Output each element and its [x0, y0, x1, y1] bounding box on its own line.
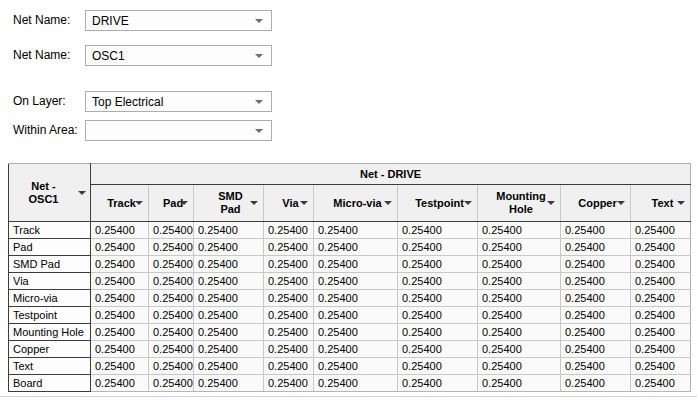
chevron-down-icon[interactable]	[255, 100, 263, 104]
clearance-value-cell[interactable]: 0.25400	[631, 239, 691, 256]
clearance-value-cell[interactable]: 0.25400	[91, 341, 149, 358]
clearance-value-cell[interactable]: 0.25400	[314, 307, 398, 324]
clearance-value-cell[interactable]: 0.25400	[631, 375, 691, 392]
clearance-value-cell[interactable]: 0.25400	[561, 256, 631, 273]
clearance-value-cell[interactable]: 0.25400	[561, 273, 631, 290]
chevron-down-icon[interactable]	[547, 201, 555, 205]
clearance-value-cell[interactable]: 0.25400	[561, 307, 631, 324]
chevron-down-icon[interactable]	[255, 19, 263, 23]
chevron-down-icon[interactable]	[464, 201, 472, 205]
clearance-value-cell[interactable]: 0.25400	[91, 358, 149, 375]
clearance-value-cell[interactable]: 0.25400	[91, 375, 149, 392]
clearance-value-cell[interactable]: 0.25400	[478, 375, 561, 392]
clearance-value-cell[interactable]: 0.25400	[264, 358, 314, 375]
clearance-value-cell[interactable]: 0.25400	[149, 256, 194, 273]
clearance-value-cell[interactable]: 0.25400	[398, 358, 478, 375]
clearance-value-cell[interactable]: 0.25400	[149, 307, 194, 324]
chevron-down-icon[interactable]	[135, 201, 143, 205]
clearance-value-cell[interactable]: 0.25400	[264, 375, 314, 392]
clearance-value-cell[interactable]: 0.25400	[631, 290, 691, 307]
clearance-value-cell[interactable]: 0.25400	[264, 341, 314, 358]
clearance-value-cell[interactable]: 0.25400	[478, 307, 561, 324]
chevron-down-icon[interactable]	[250, 201, 258, 205]
column-header-testpoint[interactable]: Testpoint	[398, 185, 478, 222]
clearance-value-cell[interactable]: 0.25400	[264, 239, 314, 256]
clearance-value-cell[interactable]: 0.25400	[478, 358, 561, 375]
clearance-value-cell[interactable]: 0.25400	[631, 341, 691, 358]
chevron-down-icon[interactable]	[677, 201, 685, 205]
clearance-value-cell[interactable]: 0.25400	[398, 307, 478, 324]
clearance-value-cell[interactable]: 0.25400	[194, 358, 264, 375]
clearance-value-cell[interactable]: 0.25400	[194, 324, 264, 341]
clearance-value-cell[interactable]: 0.25400	[561, 341, 631, 358]
clearance-value-cell[interactable]: 0.25400	[398, 239, 478, 256]
corner-header-net-osc1[interactable]: Net - OSC1	[9, 164, 91, 222]
clearance-value-cell[interactable]: 0.25400	[149, 324, 194, 341]
clearance-value-cell[interactable]: 0.25400	[478, 222, 561, 239]
chevron-down-icon[interactable]	[180, 201, 188, 205]
clearance-value-cell[interactable]: 0.25400	[478, 290, 561, 307]
clearance-value-cell[interactable]: 0.25400	[264, 256, 314, 273]
clearance-value-cell[interactable]: 0.25400	[91, 239, 149, 256]
clearance-value-cell[interactable]: 0.25400	[478, 256, 561, 273]
clearance-value-cell[interactable]: 0.25400	[194, 239, 264, 256]
clearance-value-cell[interactable]: 0.25400	[314, 239, 398, 256]
clearance-value-cell[interactable]: 0.25400	[314, 256, 398, 273]
chevron-down-icon[interactable]	[255, 129, 263, 133]
clearance-value-cell[interactable]: 0.25400	[91, 290, 149, 307]
clearance-value-cell[interactable]: 0.25400	[398, 341, 478, 358]
column-header-mounting-hole[interactable]: Mounting Hole	[478, 185, 561, 222]
clearance-value-cell[interactable]: 0.25400	[314, 273, 398, 290]
clearance-value-cell[interactable]: 0.25400	[314, 222, 398, 239]
clearance-value-cell[interactable]: 0.25400	[194, 341, 264, 358]
clearance-value-cell[interactable]: 0.25400	[264, 307, 314, 324]
within-area-combobox[interactable]	[85, 120, 272, 141]
clearance-value-cell[interactable]: 0.25400	[631, 307, 691, 324]
clearance-value-cell[interactable]: 0.25400	[264, 222, 314, 239]
clearance-value-cell[interactable]: 0.25400	[194, 222, 264, 239]
clearance-value-cell[interactable]: 0.25400	[314, 324, 398, 341]
clearance-value-cell[interactable]: 0.25400	[194, 375, 264, 392]
chevron-down-icon[interactable]	[617, 201, 625, 205]
column-header-track[interactable]: Track	[91, 185, 149, 222]
clearance-value-cell[interactable]: 0.25400	[631, 222, 691, 239]
clearance-value-cell[interactable]: 0.25400	[91, 222, 149, 239]
clearance-value-cell[interactable]: 0.25400	[149, 222, 194, 239]
clearance-value-cell[interactable]: 0.25400	[194, 307, 264, 324]
column-header-pad[interactable]: Pad	[149, 185, 194, 222]
column-header-via[interactable]: Via	[264, 185, 314, 222]
chevron-down-icon[interactable]	[300, 201, 308, 205]
clearance-value-cell[interactable]: 0.25400	[91, 256, 149, 273]
chevron-down-icon[interactable]	[384, 201, 392, 205]
clearance-value-cell[interactable]: 0.25400	[478, 273, 561, 290]
clearance-value-cell[interactable]: 0.25400	[314, 341, 398, 358]
clearance-value-cell[interactable]: 0.25400	[561, 358, 631, 375]
clearance-value-cell[interactable]: 0.25400	[314, 375, 398, 392]
clearance-value-cell[interactable]: 0.25400	[91, 324, 149, 341]
clearance-value-cell[interactable]: 0.25400	[478, 324, 561, 341]
net-name-2-combobox[interactable]: OSC1	[85, 45, 272, 66]
clearance-value-cell[interactable]: 0.25400	[398, 290, 478, 307]
clearance-value-cell[interactable]: 0.25400	[478, 341, 561, 358]
clearance-value-cell[interactable]: 0.25400	[149, 239, 194, 256]
clearance-value-cell[interactable]: 0.25400	[631, 324, 691, 341]
clearance-value-cell[interactable]: 0.25400	[149, 273, 194, 290]
clearance-value-cell[interactable]: 0.25400	[194, 273, 264, 290]
column-header-text[interactable]: Text	[631, 185, 691, 222]
clearance-value-cell[interactable]: 0.25400	[561, 239, 631, 256]
clearance-value-cell[interactable]: 0.25400	[314, 290, 398, 307]
clearance-value-cell[interactable]: 0.25400	[398, 256, 478, 273]
clearance-value-cell[interactable]: 0.25400	[149, 375, 194, 392]
clearance-value-cell[interactable]: 0.25400	[561, 222, 631, 239]
clearance-value-cell[interactable]: 0.25400	[631, 358, 691, 375]
column-header-copper[interactable]: Copper	[561, 185, 631, 222]
clearance-value-cell[interactable]: 0.25400	[398, 375, 478, 392]
clearance-value-cell[interactable]: 0.25400	[194, 290, 264, 307]
column-header-micro-via[interactable]: Micro-via	[314, 185, 398, 222]
net-name-1-combobox[interactable]: DRIVE	[85, 10, 272, 31]
clearance-value-cell[interactable]: 0.25400	[561, 324, 631, 341]
clearance-value-cell[interactable]: 0.25400	[149, 290, 194, 307]
clearance-value-cell[interactable]: 0.25400	[561, 375, 631, 392]
clearance-value-cell[interactable]: 0.25400	[264, 324, 314, 341]
clearance-value-cell[interactable]: 0.25400	[194, 256, 264, 273]
